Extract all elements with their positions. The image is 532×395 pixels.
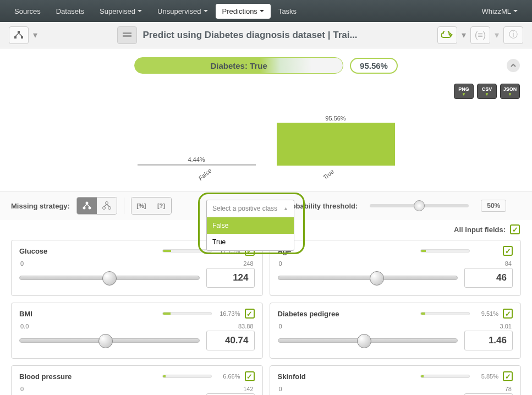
top-nav: Sources Datasets Supervised Unsupervised… [0, 0, 532, 22]
prediction-result-pill: Diabetes: True [134, 57, 343, 74]
threshold-percent-button[interactable]: [%] [131, 198, 151, 214]
caret-down-icon: ▾ [33, 30, 37, 40]
svg-point-6 [83, 207, 85, 210]
chart-x-axis: False True [11, 166, 521, 191]
nav-whizzml[interactable]: WhizzML [474, 2, 525, 21]
probability-threshold-slider[interactable] [370, 204, 469, 207]
all-input-fields-checkbox[interactable]: ✓ [510, 224, 520, 234]
select-placeholder-text: Select a positive class [212, 205, 277, 212]
field-importance-pct: 5.85% [474, 373, 498, 380]
field-slider[interactable] [19, 276, 200, 280]
missing-strategy-tree-button[interactable] [77, 198, 97, 214]
nav-unsupervised[interactable]: Unsupervised [150, 2, 216, 21]
field-slider[interactable] [19, 338, 200, 343]
field-min: 0 [279, 260, 282, 267]
tree-icon [13, 31, 24, 40]
bar-true: 95.56% [277, 115, 395, 166]
divider [124, 198, 124, 214]
select-option-true[interactable]: True [207, 234, 294, 250]
field-min: 0.0 [20, 323, 29, 330]
field-enable-checkbox[interactable]: ✓ [503, 309, 513, 319]
field-card: Diabetes pedigree 9.51% ✓ 0 3.01 1.46 [270, 303, 522, 359]
slider-knob[interactable] [98, 334, 113, 348]
missing-strategy-label: Missing strategy: [11, 202, 70, 210]
svg-point-10 [108, 207, 111, 210]
slider-knob[interactable] [414, 200, 425, 211]
caret-down-icon: ▾ [462, 30, 466, 40]
chevron-up-icon: ▲ [283, 206, 288, 211]
info-button[interactable]: ⓘ [503, 26, 523, 44]
nav-predictions-label: Predictions [222, 7, 257, 15]
field-slider[interactable] [278, 276, 458, 280]
field-importance-pct: 16.73% [216, 310, 240, 317]
prediction-banner: Diabetes: True 95.56% [0, 48, 532, 83]
slider-knob[interactable] [102, 271, 117, 286]
threshold-mode-toggle: [%] [?] [131, 197, 172, 215]
svg-point-7 [88, 207, 91, 210]
field-enable-checkbox[interactable]: ✓ [503, 371, 513, 381]
tree-path-alt-icon [102, 201, 112, 210]
field-min: 0 [279, 386, 282, 392]
nav-sources[interactable]: Sources [7, 2, 48, 21]
field-name: Skinfold [278, 372, 416, 381]
svg-point-9 [102, 207, 105, 210]
nav-tasks[interactable]: Tasks [271, 2, 304, 21]
chart-area: PNG▼ CSV▼ JSON▼ 4.44% 95.56% False True [0, 83, 532, 191]
field-importance-pct: 9.51% [474, 310, 498, 317]
bar-false-rect [138, 164, 256, 166]
all-input-fields-label: All input fields: [454, 226, 506, 234]
tree-path-icon [82, 201, 92, 210]
field-enable-checkbox[interactable]: ✓ [245, 309, 255, 319]
bar-false-value: 4.44% [188, 156, 205, 163]
slider-knob[interactable] [370, 271, 384, 286]
field-name: Blood pressure [19, 372, 158, 381]
field-value-input[interactable]: 124 [206, 268, 255, 288]
input-fields-grid: Glucose 17.15% ✓ 0 248 124 Age ✓ 0 84 [0, 237, 532, 395]
model-type-icon[interactable] [117, 26, 137, 44]
cloud-action-button[interactable] [437, 26, 457, 44]
select-placeholder[interactable]: Select a positive class ▲ [207, 200, 294, 217]
caret-down-icon [513, 10, 518, 14]
caret-down-icon [138, 10, 142, 14]
field-enable-checkbox[interactable]: ✓ [503, 246, 513, 256]
field-value-input[interactable]: 40.74 [206, 331, 255, 350]
field-name: Age [278, 247, 416, 255]
field-slider[interactable] [278, 338, 458, 343]
field-name: BMI [19, 310, 158, 318]
svg-rect-2 [21, 36, 23, 39]
field-min: 0 [20, 260, 24, 267]
secondary-action-button[interactable]: (≡) [470, 26, 490, 44]
field-max: 84 [505, 260, 512, 267]
nav-predictions[interactable]: Predictions [216, 4, 271, 19]
field-min: 0 [20, 386, 24, 392]
field-max: 142 [243, 386, 253, 392]
threshold-question-button[interactable]: [?] [151, 198, 171, 214]
select-option-false[interactable]: False [207, 217, 294, 234]
missing-strategy-proportional-button[interactable] [97, 198, 117, 214]
bar-false: 4.44% [138, 156, 256, 166]
field-importance-pct: 6.66% [216, 373, 240, 380]
field-value-input[interactable]: 1.46 [464, 331, 513, 350]
positive-class-select[interactable]: Select a positive class ▲ False True [206, 200, 294, 251]
probability-threshold-value: 50% [481, 200, 506, 212]
field-card: BMI 16.73% ✓ 0.0 83.88 40.74 [11, 303, 263, 359]
field-name: Diabetes pedigree [278, 310, 416, 318]
cloud-refresh-icon [441, 31, 453, 40]
field-importance-bar [420, 375, 470, 378]
field-max: 83.88 [238, 323, 254, 330]
svg-rect-0 [18, 31, 20, 33]
field-enable-checkbox[interactable]: ✓ [245, 371, 255, 381]
ensemble-icon [122, 31, 133, 40]
workflow-icon-button[interactable] [9, 26, 29, 44]
nav-supervised[interactable]: Supervised [92, 2, 150, 21]
slider-knob[interactable] [357, 334, 371, 348]
nav-datasets[interactable]: Datasets [48, 2, 92, 21]
field-max: 3.01 [500, 323, 512, 330]
probability-bar-chart: 4.44% 95.56% [11, 86, 521, 166]
field-card: Age ✓ 0 84 46 [270, 240, 522, 296]
field-value-input[interactable]: 46 [464, 268, 513, 288]
field-card: Blood pressure 6.66% ✓ 0 142 71 [11, 365, 263, 395]
collapse-chart-button[interactable] [507, 59, 520, 72]
axis-label-true: True [322, 168, 335, 180]
caret-down-icon [204, 10, 208, 14]
